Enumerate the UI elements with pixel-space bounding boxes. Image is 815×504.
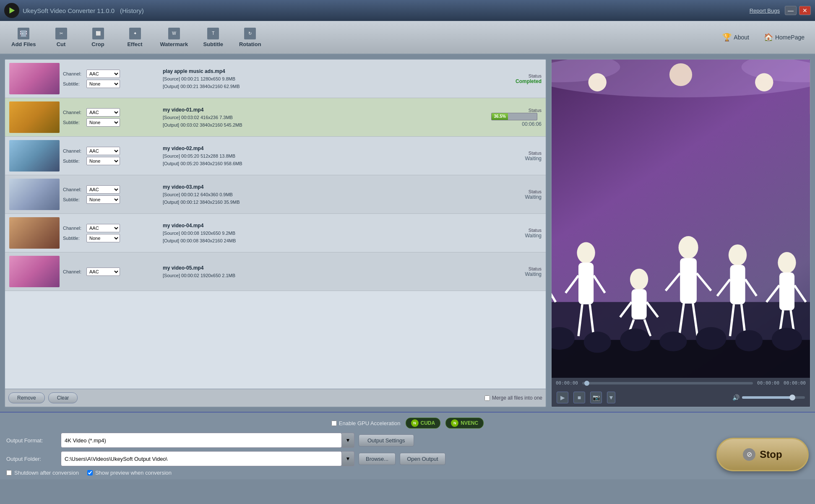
nvidia-nvenc-icon: N xyxy=(451,419,458,427)
file-thumbnail xyxy=(9,217,60,249)
crop-icon: ⬜ xyxy=(92,28,104,39)
channel-select[interactable]: AAC xyxy=(86,224,120,232)
table-row: Channel: AAC Subtitle: None my video-01.… xyxy=(5,98,546,137)
file-info: my video-01.mp4 [Source] 00:03:02 416x23… xyxy=(163,106,488,129)
subtitle-select[interactable]: None xyxy=(86,195,120,204)
add-files-icon: + xyxy=(18,28,29,39)
watermark-button[interactable]: W Watermark xyxy=(155,25,193,50)
subtitle-select[interactable]: None xyxy=(86,80,120,88)
report-bugs-link[interactable]: Report Bugs xyxy=(750,8,780,14)
preview-video: 五月 SNIG xyxy=(552,60,810,378)
output-format-label: Output Format: xyxy=(6,437,57,444)
volume-thumb xyxy=(789,395,795,400)
rotation-button[interactable]: ↻ Rotation xyxy=(233,25,267,50)
svg-point-49 xyxy=(778,252,796,273)
svg-rect-32 xyxy=(632,289,647,320)
stop-button[interactable]: ⊘ Stop xyxy=(716,438,809,471)
homepage-button[interactable]: 🏠 HomePage xyxy=(760,31,809,44)
add-files-button[interactable]: + Add Files xyxy=(6,25,41,50)
output-settings-button[interactable]: Output Settings xyxy=(359,434,414,447)
output-folder-row: Output Folder: C:\Users\A\Videos\UkeySof… xyxy=(6,451,708,466)
slider-thumb xyxy=(584,381,589,386)
volume-icon: 🔊 xyxy=(732,394,739,401)
remove-button[interactable]: Remove xyxy=(8,392,45,403)
subtitle-button[interactable]: T Subtitle xyxy=(196,25,230,50)
close-button[interactable]: ✕ xyxy=(799,6,811,15)
channel-select[interactable]: AAC xyxy=(86,268,120,276)
preview-panel: 五月 SNIG 00:00:00 xyxy=(551,59,811,408)
folder-input-arrow[interactable]: ▼ xyxy=(342,451,354,466)
screenshot-dropdown[interactable]: ▼ xyxy=(607,392,615,403)
nvenc-badge: N NVENC xyxy=(445,418,484,429)
channel-select[interactable]: AAC xyxy=(86,147,120,155)
minimize-button[interactable]: — xyxy=(785,6,797,15)
svg-point-25 xyxy=(577,242,595,264)
svg-point-70 xyxy=(696,327,726,350)
output-format-row: Output Format: 4K Video (*.mp4) ▼ Output… xyxy=(6,433,708,448)
file-status: Status Waiting xyxy=(491,228,542,239)
file-controls: Channel: AAC Subtitle: None xyxy=(63,224,159,242)
options-row: Shutdown after conversion Show preview w… xyxy=(6,470,708,476)
file-controls: Channel: AAC Subtitle: None xyxy=(63,147,159,165)
title-bar: UkeySoft Video Converter 11.0.0 (History… xyxy=(0,0,815,21)
svg-point-72 xyxy=(772,328,802,351)
screenshot-button[interactable]: 📷 xyxy=(590,392,602,403)
file-list-scroll[interactable]: Channel: AAC Subtitle: None play apple m… xyxy=(5,60,546,389)
cut-icon: ✂ xyxy=(55,28,67,39)
open-output-button[interactable]: Open Output xyxy=(400,453,445,465)
stop-label: Stop xyxy=(760,449,782,460)
subtitle-select[interactable]: None xyxy=(86,118,120,127)
channel-select[interactable]: AAC xyxy=(86,70,120,78)
stop-button[interactable]: ■ xyxy=(573,392,585,403)
svg-point-43 xyxy=(729,244,747,266)
time-current: 00:00:00 xyxy=(556,380,578,386)
gpu-checkbox[interactable] xyxy=(331,421,337,426)
browse-button[interactable]: Browse... xyxy=(359,453,396,465)
file-info: my video-02.mp4 [Source] 00:05:20 512x28… xyxy=(163,145,488,167)
svg-point-71 xyxy=(735,330,763,351)
effect-button[interactable]: ✦ Effect xyxy=(118,25,152,50)
svg-point-37 xyxy=(679,236,698,259)
merge-checkbox[interactable] xyxy=(484,395,490,401)
file-thumbnail xyxy=(9,63,60,94)
file-status: Status Waiting xyxy=(491,189,542,200)
subtitle-select[interactable]: None xyxy=(86,157,120,165)
cut-button[interactable]: ✂ Cut xyxy=(44,25,78,50)
file-controls: Channel: AAC xyxy=(63,268,159,276)
subtitle-select[interactable]: None xyxy=(86,234,120,242)
file-info: my video-05.mp4 [Source] 00:00:02 1920x6… xyxy=(163,264,488,279)
toolbar-right: 🏆 About 🏠 HomePage xyxy=(718,31,809,44)
channel-select[interactable]: AAC xyxy=(86,185,120,194)
window-controls: — ✕ xyxy=(785,6,811,15)
file-list-controls: Remove Clear Merge all files into one xyxy=(5,389,546,407)
channel-select[interactable]: AAC xyxy=(86,108,120,117)
output-format-select[interactable]: 4K Video (*.mp4) xyxy=(61,433,342,448)
svg-point-67 xyxy=(584,332,611,353)
clear-button[interactable]: Clear xyxy=(48,392,78,403)
svg-rect-7 xyxy=(26,33,27,34)
about-button[interactable]: 🏆 About xyxy=(718,31,753,44)
file-controls: Channel: AAC Subtitle: None xyxy=(63,108,159,127)
file-controls: Channel: AAC Subtitle: None xyxy=(63,185,159,204)
play-button[interactable]: ▶ xyxy=(557,392,568,403)
subtitle-icon: T xyxy=(207,28,219,39)
output-format-arrow[interactable]: ▼ xyxy=(342,433,354,448)
file-list-panel: Channel: AAC Subtitle: None play apple m… xyxy=(4,59,547,408)
file-thumbnail xyxy=(9,179,60,210)
svg-rect-50 xyxy=(779,273,794,310)
file-thumbnail xyxy=(9,101,60,133)
table-row: Channel: AAC my video-05.mp4 [Source] 00… xyxy=(5,252,546,291)
crop-button[interactable]: ⬜ Crop xyxy=(81,25,115,50)
nvidia-cuda-icon: N xyxy=(411,419,419,427)
svg-point-69 xyxy=(659,332,687,351)
svg-point-17 xyxy=(755,73,773,91)
file-thumbnail xyxy=(9,140,60,171)
preview-scene: 五月 SNIG xyxy=(552,60,810,378)
show-preview-checkbox[interactable] xyxy=(87,470,93,475)
svg-point-15 xyxy=(588,73,607,91)
preview-slider[interactable] xyxy=(582,382,753,384)
volume-track[interactable] xyxy=(742,396,805,399)
output-folder-input[interactable]: C:\Users\A\Videos\UkeySoft Output Video\ xyxy=(61,451,342,466)
shutdown-checkbox[interactable] xyxy=(6,470,12,475)
file-info: play apple music ads.mp4 [Source] 00:00:… xyxy=(163,68,488,90)
